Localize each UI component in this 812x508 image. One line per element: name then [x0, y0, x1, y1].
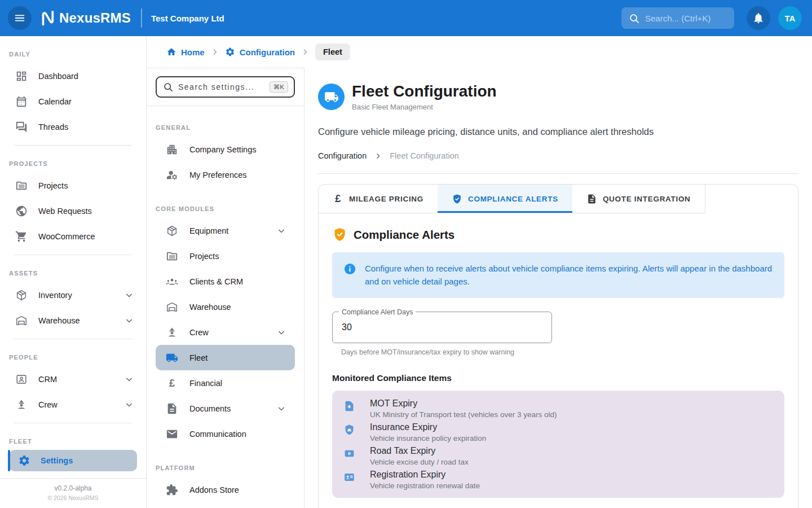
threads-chat-icon — [15, 121, 28, 133]
document-icon — [166, 402, 178, 415]
tab-quote-integration[interactable]: QUOTE INTEGRATION — [572, 185, 705, 213]
pound-icon: £ — [333, 194, 343, 204]
sidebar-item-woocommerce[interactable]: WooCommerce — [0, 224, 146, 249]
settings-item-documents[interactable]: Documents — [156, 396, 295, 421]
section-heading: Compliance Alerts — [332, 227, 784, 242]
projects-folder-icon — [15, 179, 28, 192]
compliance-item-text: MOT ExpiryUK Ministry of Transport test … — [370, 398, 557, 419]
sidebar-item-warehouse[interactable]: Warehouse — [0, 308, 146, 333]
settings-item-projects[interactable]: Projects — [156, 243, 295, 269]
registration-badge-icon — [343, 471, 355, 483]
calendar-icon — [15, 95, 28, 108]
settings-item-company-settings[interactable]: Company Settings — [156, 137, 295, 162]
nav-item-label: Crew — [189, 328, 209, 337]
compliance-item-title: Registration Expiry — [370, 470, 480, 480]
nav-section-label: DAILY — [0, 36, 146, 63]
crm-contact-icon — [15, 373, 28, 386]
sidebar-item-settings[interactable]: Settings — [9, 450, 137, 471]
menu-button[interactable] — [8, 6, 32, 30]
nav-item-label: Company Settings — [189, 145, 256, 154]
settings-item-equipment[interactable]: Equipment — [156, 218, 295, 243]
preferences-person-icon — [166, 169, 178, 181]
nav-item-label: Warehouse — [189, 303, 231, 312]
sidebar-item-projects[interactable]: Projects — [0, 173, 146, 198]
settings-item-fleet[interactable]: Fleet — [156, 345, 295, 370]
settings-item-my-preferences[interactable]: My Preferences — [156, 162, 295, 187]
chevron-down-icon — [123, 374, 135, 385]
company-building-icon — [166, 143, 178, 156]
breadcrumb-link-home[interactable]: Home — [166, 47, 205, 57]
tab-bar: £MILEAGE PRICINGCOMPLIANCE ALERTSQUOTE I… — [319, 185, 705, 213]
notifications-button[interactable] — [747, 6, 770, 30]
app-root: NexusRMS Test Company Ltd TA DAILYDashbo… — [0, 0, 812, 508]
insurance-shield-icon — [343, 424, 355, 436]
settings-search[interactable]: ⌘K — [156, 76, 295, 98]
user-avatar[interactable]: TA — [778, 6, 802, 30]
settings-item-communication[interactable]: Communication — [156, 421, 295, 446]
crew-person-icon — [166, 326, 178, 339]
sidebar-item-crew[interactable]: Crew — [0, 392, 146, 417]
fleet-truck-badge — [318, 84, 345, 110]
sidebar-item-calendar[interactable]: Calendar — [0, 89, 146, 114]
nav-item-label: CRM — [38, 375, 57, 384]
global-search-input[interactable] — [645, 14, 727, 23]
sidebar-item-inventory[interactable]: Inventory — [0, 282, 146, 308]
nav-item-label: Settings — [41, 456, 73, 465]
nav-item-label: Financial — [189, 379, 222, 388]
chevron-down-icon — [123, 315, 135, 326]
equipment-box-icon — [166, 225, 178, 237]
sub-breadcrumb: Configuration Fleet Configuration — [318, 151, 798, 160]
pound-icon: £ — [166, 377, 178, 389]
search-icon — [162, 81, 174, 93]
breadcrumb-link-configuration[interactable]: Configuration — [225, 47, 295, 57]
mail-icon — [166, 428, 178, 440]
nav-item-label: My Preferences — [189, 170, 247, 179]
projects-folder-icon — [166, 250, 178, 262]
sidebar-sections: DAILYDashboardCalendarThreadsPROJECTSPro… — [0, 36, 146, 450]
settings-search-input[interactable] — [178, 82, 265, 91]
sidebar-item-threads[interactable]: Threads — [0, 114, 146, 139]
nav-item-label: Dashboard — [38, 72, 78, 81]
sub-breadcrumb-parent[interactable]: Configuration — [318, 151, 367, 160]
nav-item-label: Crew — [38, 400, 58, 409]
tab-label: COMPLIANCE ALERTS — [468, 195, 558, 203]
sidebar-item-crm[interactable]: CRM — [0, 366, 146, 392]
global-search[interactable] — [621, 7, 734, 29]
field-label: Compliance Alert Days — [339, 308, 416, 316]
settings-item-clients-crm[interactable]: Clients & CRM — [156, 269, 295, 294]
compliance-item-description: Vehicle excise duty / road tax — [370, 458, 469, 466]
addons-puzzle-icon — [166, 484, 178, 496]
monitored-items-heading: Monitored Compliance Items — [332, 373, 784, 383]
tab-content: Compliance Alerts Configure when to rece… — [319, 213, 798, 498]
compliance-item-title: Road Tax Expiry — [370, 446, 469, 456]
nav-item-label: Communication — [189, 430, 246, 439]
breadcrumb: HomeConfigurationFleet — [147, 36, 812, 68]
settings-sidebar: ⌘K GENERALCompany SettingsMy Preferences… — [147, 68, 304, 508]
settings-item-crew[interactable]: Crew — [156, 319, 295, 345]
settings-item-addons-store[interactable]: Addons Store — [156, 477, 295, 502]
chevron-right-icon — [301, 47, 310, 56]
compliance-item-insurance-expiry: Insurance ExpiryVehicle insurance policy… — [332, 421, 784, 444]
compliance-item-registration-expiry: Registration ExpiryVehicle registration … — [332, 468, 784, 492]
nav-item-label: Calendar — [38, 97, 72, 106]
page-title: Fleet Configuration — [352, 82, 497, 100]
settings-item-financial[interactable]: £Financial — [156, 370, 295, 396]
brand-logo[interactable]: NexusRMS — [38, 10, 131, 27]
breadcrumb-label: Configuration — [240, 47, 295, 57]
compliance-alert-days-input[interactable] — [333, 312, 551, 343]
shield-check-icon — [332, 227, 347, 242]
app-bar: NexusRMS Test Company Ltd TA — [0, 0, 812, 36]
tab-mileage-pricing[interactable]: £MILEAGE PRICING — [319, 185, 438, 213]
warehouse-icon — [15, 314, 28, 327]
sidebar-item-web-requests[interactable]: Web Requests — [0, 198, 146, 224]
tab-compliance-alerts[interactable]: COMPLIANCE ALERTS — [438, 185, 572, 213]
body-row: DAILYDashboardCalendarThreadsPROJECTSPro… — [0, 36, 812, 508]
monitored-items-panel: MOT ExpiryUK Ministry of Transport test … — [332, 391, 784, 498]
chevron-down-icon — [123, 399, 135, 410]
settings-item-warehouse[interactable]: Warehouse — [156, 294, 295, 319]
compliance-item-description: Vehicle registration renewal date — [370, 481, 480, 490]
compliance-item-road-tax-expiry: Road Tax ExpiryVehicle excise duty / roa… — [332, 444, 784, 468]
sidebar-item-dashboard[interactable]: Dashboard — [0, 63, 146, 89]
content-row: ⌘K GENERALCompany SettingsMy Preferences… — [147, 68, 812, 508]
nav-section-label: PROJECTS — [0, 146, 146, 173]
